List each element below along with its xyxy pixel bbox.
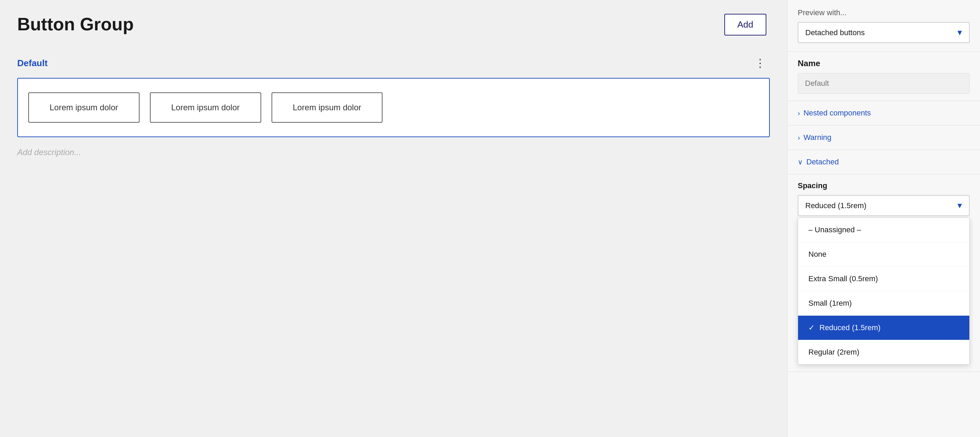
warning-section: › Warning (788, 126, 980, 150)
spacing-reduced-label: Reduced (1.5rem) (819, 323, 880, 332)
more-options-icon[interactable]: ⋮ (751, 55, 770, 71)
name-input[interactable] (798, 73, 970, 94)
add-description[interactable]: Add description... (17, 148, 770, 157)
detached-chevron-icon: ∨ (798, 158, 803, 166)
spacing-regular-label: Regular (2rem) (808, 348, 859, 357)
spacing-extra-small-label: Extra Small (0.5rem) (808, 274, 878, 283)
name-section-title: Name (798, 59, 970, 68)
page-title: Button Group (17, 14, 770, 35)
spacing-label: Spacing (798, 181, 970, 190)
nested-components-header[interactable]: › Nested components (788, 101, 980, 125)
spacing-small-label: Small (1rem) (808, 299, 852, 308)
spacing-option-extra-small-item[interactable]: Extra Small (0.5rem) (798, 267, 969, 291)
spacing-option-unassigned-item[interactable]: – Unassigned – (798, 218, 969, 242)
button-group-preview: Lorem ipsum dolor Lorem ipsum dolor Lore… (17, 78, 770, 137)
nested-components-chevron-icon: › (798, 109, 800, 117)
preview-label: Preview with... (798, 8, 970, 17)
spacing-unassigned-label: – Unassigned – (808, 226, 861, 234)
variant-section: Default ⋮ Lorem ipsum dolor Lorem ipsum … (17, 55, 770, 157)
spacing-dropdown-overlay: – Unassigned – None Extra Small (0.5rem)… (798, 218, 970, 365)
detached-section: ∨ Detached (788, 150, 980, 175)
warning-header[interactable]: › Warning (788, 126, 980, 149)
spacing-none-label: None (808, 250, 827, 259)
spacing-dropdown-wrapper: – Unassigned – None Extra Small (0.5rem)… (798, 195, 970, 216)
spacing-option-reduced-item[interactable]: ✓ Reduced (1.5rem) (798, 316, 969, 340)
spacing-option-small-item[interactable]: Small (1rem) (798, 291, 969, 316)
add-button[interactable]: Add (724, 14, 766, 35)
detached-header[interactable]: ∨ Detached (788, 150, 980, 174)
warning-label: Warning (803, 133, 832, 142)
spacing-option-none-item[interactable]: None (798, 242, 969, 267)
preview-section: Preview with... Detached buttons ▼ (788, 0, 980, 52)
detached-label: Detached (806, 157, 839, 167)
preview-button-1[interactable]: Lorem ipsum dolor (28, 92, 140, 123)
name-section: Name (788, 52, 980, 101)
warning-chevron-icon: › (798, 134, 800, 141)
preview-button-2[interactable]: Lorem ipsum dolor (150, 92, 261, 123)
nested-components-label: Nested components (803, 108, 871, 118)
variant-header: Default ⋮ (17, 55, 770, 71)
preview-button-3[interactable]: Lorem ipsum dolor (272, 92, 383, 123)
sidebar: Preview with... Detached buttons ▼ Name … (787, 0, 980, 437)
spacing-section: Spacing – Unassigned – None Extra Small … (788, 175, 980, 372)
preview-dropdown-wrapper: Detached buttons ▼ (798, 22, 970, 43)
nested-components-section: › Nested components (788, 101, 980, 126)
main-content: Button Group Add Default ⋮ Lorem ipsum d… (0, 0, 787, 437)
spacing-dropdown[interactable]: – Unassigned – None Extra Small (0.5rem)… (798, 195, 970, 216)
spacing-option-regular-item[interactable]: Regular (2rem) (798, 340, 969, 364)
check-icon: ✓ (808, 323, 815, 332)
preview-dropdown[interactable]: Detached buttons (798, 22, 970, 43)
variant-label: Default (17, 58, 48, 68)
